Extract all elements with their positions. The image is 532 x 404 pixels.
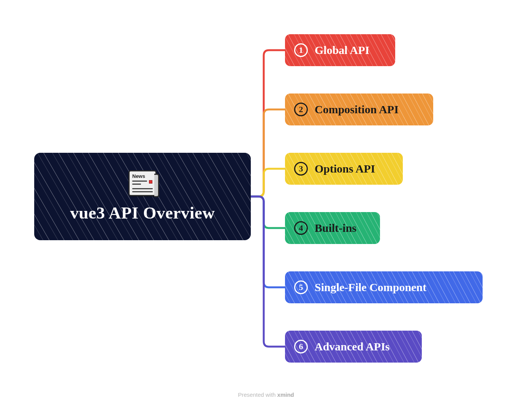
branch-label: Composition API xyxy=(315,103,399,116)
footer-brand: xmind xyxy=(277,391,294,398)
newspaper-icon-label: News xyxy=(132,173,145,179)
newspaper-icon: News xyxy=(128,170,157,196)
branch-number: 2 xyxy=(294,103,308,116)
branch-node-advanced-apis[interactable]: 6 Advanced APIs xyxy=(285,331,422,363)
branch-number: 5 xyxy=(294,280,308,294)
branch-label: Options API xyxy=(315,162,375,175)
branch-node-built-ins[interactable]: 4 Built-ins xyxy=(285,212,380,244)
footer-prefix: Presented with xyxy=(238,391,277,398)
footer-attribution: Presented with xmind xyxy=(0,391,532,398)
root-title: vue3 API Overview xyxy=(70,203,215,223)
branch-number: 6 xyxy=(294,340,308,353)
branch-number: 1 xyxy=(294,43,308,57)
branch-node-composition-api[interactable]: 2 Composition API xyxy=(285,93,433,125)
branch-number: 3 xyxy=(294,162,308,176)
branch-label: Single-File Component xyxy=(315,281,426,294)
branch-label: Built-ins xyxy=(315,222,356,234)
branch-label: Advanced APIs xyxy=(315,340,390,353)
branch-node-global-api[interactable]: 1 Global API xyxy=(285,34,395,66)
branch-label: Global API xyxy=(315,44,369,57)
branch-number: 4 xyxy=(294,221,308,235)
branch-node-single-file-component[interactable]: 5 Single-File Component xyxy=(285,271,483,303)
branch-node-options-api[interactable]: 3 Options API xyxy=(285,153,403,185)
root-node[interactable]: News vue3 API Overview xyxy=(34,153,251,240)
